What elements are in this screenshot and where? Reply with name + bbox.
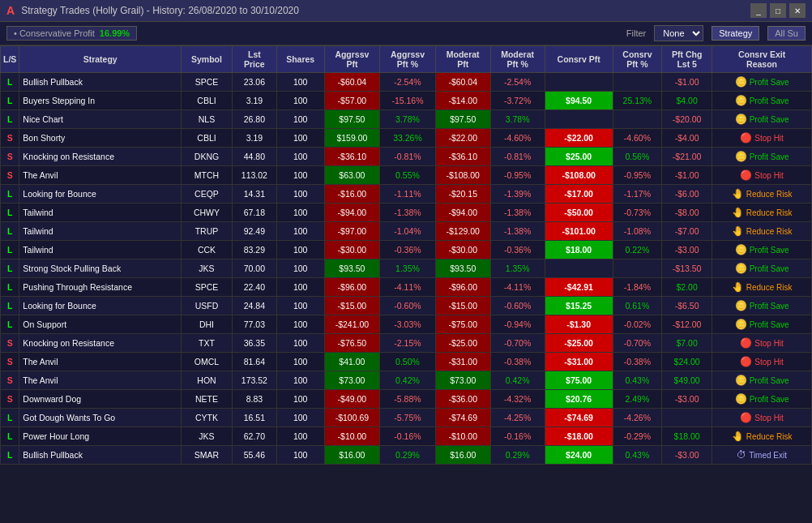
minimize-button[interactable]: _ (750, 3, 767, 18)
exit-text: Profit Save (750, 78, 789, 87)
mod-pct-cell: -0.70% (490, 334, 545, 353)
aggr-pft-cell: -$15.00 (324, 297, 380, 315)
consrv-pct-cell: -4.60% (613, 129, 661, 148)
aggr-pft-cell: -$241.00 (324, 315, 380, 334)
consrv-pft-cell: $25.00 (545, 148, 613, 166)
table-row: S Knocking on Resistance TXT 36.35 100 -… (1, 334, 812, 353)
exit-reason-cell: 🪙 Profit Save (712, 259, 812, 278)
symbol-cell: TRUP (182, 222, 233, 241)
price-cell: 44.80 (232, 148, 276, 166)
price-cell: 23.06 (232, 73, 276, 92)
strategy-cell: Nice Chart (19, 110, 182, 129)
mod-pct-cell: 0.42% (490, 371, 545, 390)
shares-cell: 100 (276, 92, 324, 110)
exit-text: Stop Hit (754, 339, 784, 348)
ls-indicator: L (7, 319, 12, 329)
mod-pct-cell: -0.16% (490, 427, 545, 446)
shares-cell: 100 (276, 334, 324, 353)
aggr-pct-cell: 33.26% (380, 129, 436, 148)
hand-icon: 🤚 (732, 431, 744, 442)
consrv-pft-cell: $20.76 (545, 390, 613, 409)
ls-cell: L (1, 278, 19, 297)
ls-cell: S (1, 390, 19, 409)
mod-pft-cell: $97.50 (435, 110, 490, 129)
aggr-pct-cell: 0.55% (380, 166, 436, 185)
price-cell: 173.52 (232, 371, 276, 390)
consrv-pft-cell: -$50.00 (545, 204, 613, 222)
close-button[interactable]: ✕ (789, 3, 806, 18)
table-row: L Tailwind TRUP 92.49 100 -$97.00 -1.04%… (1, 222, 812, 241)
exit-badge: 🤚 Reduce Risk (729, 225, 795, 238)
strategy-cell: Buyers Stepping In (19, 92, 182, 110)
table-row: S Knocking on Resistance DKNG 44.80 100 … (1, 148, 812, 166)
ls-cell: S (1, 334, 19, 353)
filter-dropdown[interactable]: None (654, 25, 703, 41)
mod-pct-cell: -1.38% (490, 222, 545, 241)
ls-indicator: S (7, 394, 13, 404)
price-cell: 55.46 (232, 446, 276, 465)
mod-pft-cell: -$36.10 (435, 148, 490, 166)
exit-badge: 🪙 Profit Save (733, 113, 792, 126)
shares-cell: 100 (276, 371, 324, 390)
mod-pft-cell: -$75.00 (435, 315, 490, 334)
exit-reason-cell: 🔴 Stop Hit (712, 353, 812, 371)
aggr-pct-cell: -5.88% (380, 390, 436, 409)
consrv-pft-cell: -$101.00 (545, 222, 613, 241)
ls-cell: L (1, 241, 19, 259)
aggr-pft-cell: -$94.00 (324, 204, 380, 222)
aggr-pct-cell: -0.16% (380, 427, 436, 446)
pft-chg-cell: -$8.00 (662, 204, 712, 222)
table-row: S The Anvil OMCL 81.64 100 $41.00 0.50% … (1, 353, 812, 371)
ls-cell: L (1, 315, 19, 334)
strategy-cell: Bon Shorty (19, 129, 182, 148)
shares-cell: 100 (276, 297, 324, 315)
mod-pct-cell: -1.39% (490, 185, 545, 204)
exit-text: Reduce Risk (746, 227, 793, 236)
pft-chg-cell: $7.00 (662, 334, 712, 353)
consrv-pft-cell: -$42.91 (545, 278, 613, 297)
table-row: L Looking for Bounce USFD 24.84 100 -$15… (1, 297, 812, 315)
exit-badge: 🔴 Stop Hit (737, 131, 786, 144)
consrv-pct-cell: 2.49% (613, 390, 661, 409)
pft-chg-cell: -$21.00 (662, 148, 712, 166)
pft-chg-cell: -$12.00 (662, 315, 712, 334)
exit-text: Reduce Risk (746, 283, 793, 292)
strategy-cell: Got Dough Wants To Go (19, 409, 182, 427)
exit-text: Profit Save (750, 395, 789, 404)
strategy-cell: Power Hour Long (19, 427, 182, 446)
ls-cell: L (1, 446, 19, 465)
exit-badge: 🤚 Reduce Risk (729, 430, 795, 443)
ls-cell: L (1, 222, 19, 241)
pft-chg-cell: -$6.00 (662, 185, 712, 204)
exit-reason-cell: 🔴 Stop Hit (712, 334, 812, 353)
symbol-cell: DHI (182, 315, 233, 334)
header-symbol: Symbol (182, 46, 233, 73)
mod-pft-cell: -$14.00 (435, 92, 490, 110)
header-exit-reason: Consrv ExitReason (712, 46, 812, 73)
exit-badge: 🪙 Profit Save (733, 262, 792, 275)
hand-icon: 🤚 (732, 188, 744, 199)
coin-icon: 🪙 (735, 244, 747, 255)
table-row: L Looking for Bounce CEQP 14.31 100 -$16… (1, 185, 812, 204)
header-pft-chg: Pft ChgLst 5 (662, 46, 712, 73)
aggr-pct-cell: -2.15% (380, 334, 436, 353)
table-row: L Buyers Stepping In CBLI 3.19 100 -$57.… (1, 92, 812, 110)
exit-reason-cell: 🪙 Profit Save (712, 241, 812, 259)
price-cell: 70.00 (232, 259, 276, 278)
ls-indicator: L (7, 114, 12, 124)
stop-icon: 🔴 (740, 337, 752, 349)
mod-pct-cell: -2.54% (490, 73, 545, 92)
exit-badge: 🪙 Profit Save (733, 150, 792, 163)
all-button[interactable]: All Su (767, 26, 806, 41)
strategy-button[interactable]: Strategy (712, 26, 759, 41)
symbol-cell: MTCH (182, 166, 233, 185)
symbol-cell: CEQP (182, 185, 233, 204)
aggr-pct-cell: -3.03% (380, 315, 436, 334)
ls-indicator: L (7, 282, 12, 292)
symbol-cell: NETE (182, 390, 233, 409)
ls-indicator: S (7, 152, 13, 161)
table-row: S Bon Shorty CBLI 3.19 100 $159.00 33.26… (1, 129, 812, 148)
maximize-button[interactable]: □ (770, 3, 786, 18)
pft-chg-cell: $18.00 (662, 427, 712, 446)
aggr-pft-cell: -$30.00 (324, 241, 380, 259)
